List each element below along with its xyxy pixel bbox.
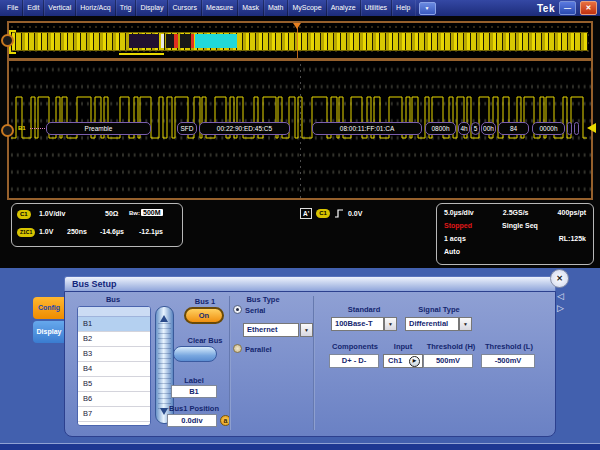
record-length-readout: RL:125k [559,234,586,247]
bus-list-item-b3[interactable]: B3 [78,347,150,362]
next-page-arrow[interactable]: ▷ [557,303,564,313]
decode-bus-label: B1 [18,125,26,131]
horizontal-scale-readout: 5.0µs/div [444,208,474,221]
decode-leader-dots [30,128,45,129]
scrollbar-ridges [158,321,171,409]
menu-item-trig[interactable]: Trig [116,0,137,16]
dialog-body: Bus B1 B2 B3 B4 B5 B6 B7 Bus 1 On Clear … [64,291,556,437]
section-divider [313,296,315,430]
dialog-titlebar[interactable]: Bus Setup [64,276,556,291]
bus-label-input[interactable]: B1 [171,385,217,398]
decode-block-white [161,34,164,48]
decode-more-arrow-icon [582,123,596,133]
serial-label: Serial [245,306,265,315]
parallel-label: Parallel [245,345,272,354]
serial-bus-select[interactable]: Ethernet [243,323,299,337]
decode-block-dark [129,34,159,48]
input-channel-select[interactable]: Ch1 ▶ [383,354,423,368]
bus-setup-panel-region: Bus Setup Config Display ✕ ◁ ▷ Bus B1 B2… [0,268,600,450]
standard-select-arrow-icon[interactable]: ▼ [384,317,397,331]
menu-item-mask[interactable]: Mask [238,0,264,16]
menu-bar: File Edit Vertical Horiz/Acq Trig Displa… [0,0,600,16]
prev-page-arrow[interactable]: ◁ [557,291,564,301]
overview-graticule: B1 [7,21,593,60]
tab-config[interactable]: Config [33,297,65,319]
resolution-readout: 400ps/pt [558,208,586,221]
ch1-impedance-readout: 50Ω [105,210,118,217]
bandwidth-label: Bw: [129,210,140,216]
ch1-badge: C1 [17,210,31,219]
bus-list-item-b6[interactable]: B6 [78,392,150,407]
decode-block-cyan [195,34,237,48]
overview-waveform [12,32,588,51]
bus-list-item-b4[interactable]: B4 [78,362,150,377]
components-value: D+ - D- [329,354,379,368]
decode-block-red [174,34,178,48]
label-field-label: Label [171,376,217,385]
trigger-readout: A' C1 0.0V [300,208,362,219]
dialog-close-button[interactable]: ✕ [550,269,569,288]
serial-radio[interactable] [233,305,242,314]
decode-block-red [191,34,194,48]
decode-block-black [166,34,174,48]
zoom-t2-readout: -12.1µs [139,228,163,235]
menu-item-edit[interactable]: Edit [23,0,44,16]
bus1-position-label: Bus1 Position [163,404,225,413]
bus-list-item-b5[interactable]: B5 [78,377,150,392]
bus1-position-input[interactable]: 0.0div [167,414,217,427]
bus1-on-button[interactable]: On [184,307,224,324]
components-label: Components [323,342,387,351]
clear-bus-button[interactable] [173,346,217,362]
decode-field-4h: 4h [458,122,470,135]
menu-item-myscope[interactable]: MyScope [288,0,326,16]
threshold-h-input[interactable]: 500mV [423,354,473,368]
menu-item-help[interactable]: Help [392,0,414,16]
signal-type-label: Signal Type [405,305,473,314]
bus1-label: Bus 1 [181,297,229,306]
input-channel-value: Ch1 [388,355,402,367]
decode-field-dest-mac: 00:22:90:ED:45:C5 [199,122,290,135]
channel-readout: C1 1.0V/div 50Ω Bw: 500M Z1C1 1.0V 250ns… [11,203,183,247]
bus-source-marker-icon [1,34,14,47]
menu-item-display[interactable]: Display [136,0,168,16]
threshold-l-input[interactable]: -500mV [481,354,535,368]
menu-item-file[interactable]: File [3,0,23,16]
menu-item-horizacq[interactable]: Horiz/Acq [76,0,115,16]
scroll-up-icon[interactable] [160,311,168,322]
window-close-button[interactable]: ✕ [580,1,597,15]
input-label: Input [383,342,423,351]
menu-item-math[interactable]: Math [264,0,289,16]
input-spinner-icon[interactable]: ▶ [409,356,420,367]
parallel-radio[interactable] [233,344,242,353]
menu-item-analyze[interactable]: Analyze [327,0,361,16]
bus-list-item-b1[interactable]: B1 [78,317,150,332]
bus-list-header [78,307,150,317]
serial-bus-select-arrow-icon[interactable]: ▼ [300,323,313,337]
decode-field-src-mac: 08:00:11:FF:01:CA [312,122,422,135]
bus-list-item-b2[interactable]: B2 [78,332,150,347]
signal-type-select[interactable]: Differential [405,317,459,331]
acquisition-status: Stopped [444,221,472,234]
menu-item-cursors[interactable]: Cursors [168,0,202,16]
section-divider [229,296,231,430]
menu-item-utilities[interactable]: Utilities [361,0,393,16]
menu-overflow-button[interactable]: ▼ [419,2,436,15]
scope-display: B1 B1 Preamble SFD 00:22:90:ED:45:C5 08: [0,16,600,268]
signal-type-select-arrow-icon[interactable]: ▼ [459,317,472,331]
horizontal-readout: 5.0µs/div 2.5GS/s 400ps/pt Stopped Singl… [436,203,594,265]
decode-block-black [180,34,190,48]
standard-select[interactable]: 100Base-T [331,317,384,331]
dialog-title: Bus Setup [72,279,117,289]
minimize-button[interactable]: — [559,1,576,15]
acquisition-count: 1 acqs [444,234,466,247]
tab-display[interactable]: Display [33,321,65,343]
trigger-channel-badge: C1 [316,209,330,218]
menu-item-vertical[interactable]: Vertical [44,0,76,16]
clear-bus-label: Clear Bus [173,336,237,345]
menu-item-measure[interactable]: Measure [202,0,238,16]
zoom-region-indicator[interactable] [119,53,164,55]
bus-list-label: Bus [77,295,149,304]
bus-list-item-b7[interactable]: B7 [78,407,150,422]
bus-decode-row: B1 Preamble SFD 00:22:90:ED:45:C5 08:00:… [9,122,591,136]
trigger-marker-icon[interactable] [293,23,301,33]
